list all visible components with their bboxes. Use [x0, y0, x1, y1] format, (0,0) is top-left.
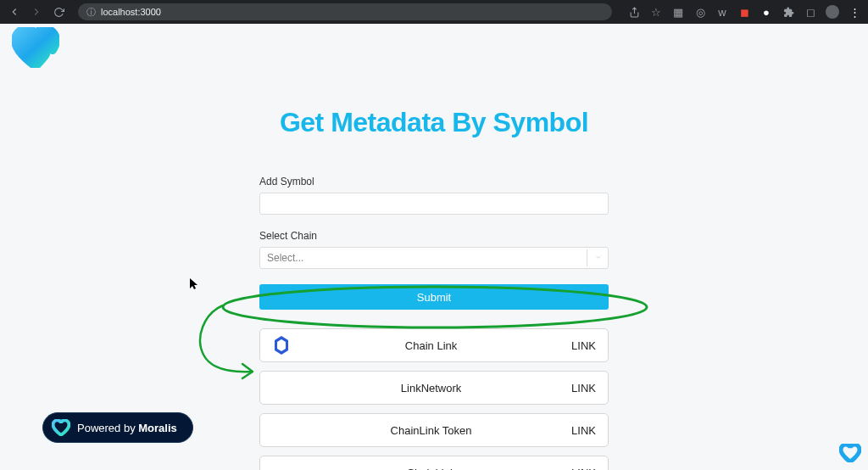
token-symbol: LINK — [571, 382, 596, 394]
token-icon — [272, 378, 291, 397]
select-chain-label: Select Chain — [259, 230, 609, 242]
address-bar[interactable]: ⓘ localhost:3000 — [78, 3, 612, 20]
ext-icon-3[interactable]: w — [715, 5, 729, 19]
result-card[interactable]: ChainLinkLINK — [259, 456, 609, 470]
url-text: localhost:3000 — [101, 7, 161, 17]
powered-text: Powered by Moralis — [77, 422, 177, 434]
moralis-mini-icon — [839, 444, 861, 462]
chain-select[interactable]: Select... — [259, 247, 609, 269]
ext-icon-5[interactable]: ● — [760, 5, 773, 19]
token-name: LinkNetwork — [291, 382, 571, 394]
chevron-down-icon — [594, 253, 603, 263]
reload-button[interactable] — [51, 4, 66, 20]
toolbar-icons: ☆ ▦ ◎ w ◼ ● ◻ ⋮ — [627, 5, 861, 19]
moralis-logo-icon — [12, 27, 59, 68]
select-divider — [587, 249, 587, 266]
forward-button[interactable] — [29, 4, 44, 20]
page-title: Get Metadata By Symbol — [259, 107, 609, 138]
ext-icon-2[interactable]: ◎ — [693, 5, 707, 19]
page-content: Get Metadata By Symbol Add Symbol Select… — [0, 24, 868, 470]
token-name: ChainLink — [291, 467, 571, 471]
add-symbol-label: Add Symbol — [259, 176, 609, 187]
powered-by-badge[interactable]: Powered by Moralis — [42, 412, 193, 443]
cursor-icon — [190, 278, 198, 292]
bottom-right-logo — [839, 444, 861, 466]
token-icon — [272, 336, 291, 355]
back-button[interactable] — [7, 4, 22, 20]
moralis-badge-icon — [52, 419, 70, 436]
result-card[interactable]: LinkNetworkLINK — [259, 371, 609, 405]
submit-button[interactable]: Submit — [259, 284, 609, 310]
ext-icon-6[interactable]: ◻ — [804, 5, 817, 19]
extensions-icon[interactable] — [782, 5, 795, 19]
result-card[interactable]: ChainLink TokenLINK — [259, 413, 609, 447]
logo-top — [12, 27, 59, 71]
browser-top-bar: ⓘ localhost:3000 ☆ ▦ ◎ w ◼ ● ◻ ⋮ — [0, 0, 868, 24]
chain-select-placeholder: Select... — [267, 252, 303, 264]
ext-icon-4[interactable]: ◼ — [737, 5, 751, 19]
menu-icon[interactable]: ⋮ — [848, 5, 861, 19]
profile-icon[interactable] — [826, 5, 839, 19]
result-card[interactable]: Chain LinkLINK — [259, 328, 609, 362]
token-name: ChainLink Token — [291, 424, 571, 437]
ext-icon-1[interactable]: ▦ — [671, 5, 685, 19]
token-symbol: LINK — [571, 339, 596, 352]
token-symbol: LINK — [571, 467, 596, 471]
token-symbol: LINK — [571, 424, 596, 437]
bookmark-icon[interactable]: ☆ — [649, 5, 663, 19]
token-icon — [272, 463, 291, 470]
site-info-icon: ⓘ — [86, 6, 96, 19]
share-icon[interactable] — [627, 5, 641, 19]
symbol-input[interactable] — [259, 193, 609, 215]
token-name: Chain Link — [291, 339, 571, 352]
token-icon — [272, 421, 291, 439]
